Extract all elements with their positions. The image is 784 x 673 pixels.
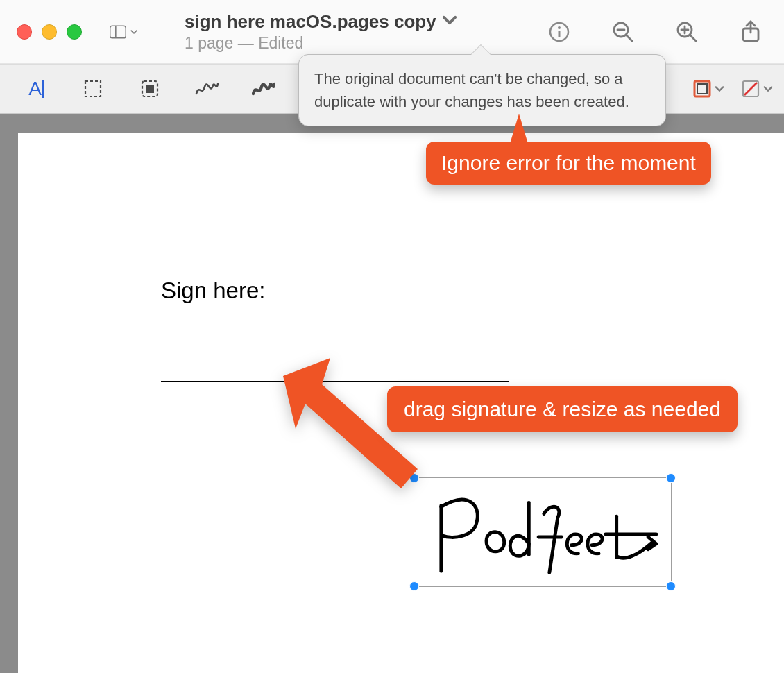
zoom-in-button[interactable] bbox=[673, 18, 701, 46]
fill-color-button[interactable] bbox=[741, 74, 773, 104]
traffic-lights bbox=[17, 24, 82, 40]
zoom-window-button[interactable] bbox=[67, 24, 82, 40]
svg-rect-16 bbox=[146, 85, 154, 93]
smart-lasso-tool[interactable] bbox=[135, 74, 165, 104]
svg-rect-14 bbox=[85, 81, 101, 96]
document-subtitle: 1 page — Edited bbox=[185, 34, 457, 53]
close-window-button[interactable] bbox=[17, 24, 32, 40]
callout-drag-signature: drag signature & resize as needed bbox=[387, 386, 738, 432]
svg-point-3 bbox=[558, 26, 561, 29]
callout-text: drag signature & resize as needed bbox=[404, 398, 721, 420]
svg-rect-4 bbox=[559, 31, 561, 37]
share-button[interactable] bbox=[737, 18, 765, 46]
svg-rect-18 bbox=[697, 84, 707, 94]
resize-handle-br[interactable] bbox=[666, 581, 676, 591]
draw-tool[interactable] bbox=[248, 74, 279, 104]
svg-line-6 bbox=[627, 35, 632, 41]
callout-ignore-error: Ignore error for the moment bbox=[426, 142, 711, 185]
resize-handle-tr[interactable] bbox=[666, 473, 676, 483]
document-title-block[interactable]: sign here macOS.pages copy 1 page — Edit… bbox=[185, 11, 457, 53]
popover-message: The original document can't be changed, … bbox=[314, 70, 629, 110]
sketch-tool[interactable] bbox=[191, 74, 222, 104]
callout-text: Ignore error for the moment bbox=[441, 151, 696, 174]
duplicate-notice-popover: The original document can't be changed, … bbox=[298, 54, 666, 126]
sign-here-label: Sign here: bbox=[161, 278, 265, 304]
minimize-window-button[interactable] bbox=[42, 24, 57, 40]
svg-line-20 bbox=[744, 83, 757, 95]
svg-line-9 bbox=[690, 35, 696, 41]
signature-object[interactable] bbox=[414, 477, 672, 587]
sidebar-toggle-button[interactable] bbox=[110, 18, 137, 46]
markup-toolbar-right bbox=[692, 65, 773, 113]
document-title: sign here macOS.pages copy bbox=[185, 11, 436, 33]
zoom-out-button[interactable] bbox=[609, 18, 637, 46]
shape-style-button[interactable] bbox=[692, 74, 724, 104]
signature-glyph bbox=[414, 478, 671, 586]
title-chevron-icon[interactable] bbox=[442, 12, 457, 31]
info-button[interactable] bbox=[545, 18, 573, 46]
resize-handle-bl[interactable] bbox=[409, 581, 419, 591]
rectangular-selection-tool[interactable] bbox=[78, 74, 108, 104]
svg-rect-0 bbox=[110, 26, 126, 38]
text-selection-tool[interactable]: A bbox=[21, 74, 51, 104]
